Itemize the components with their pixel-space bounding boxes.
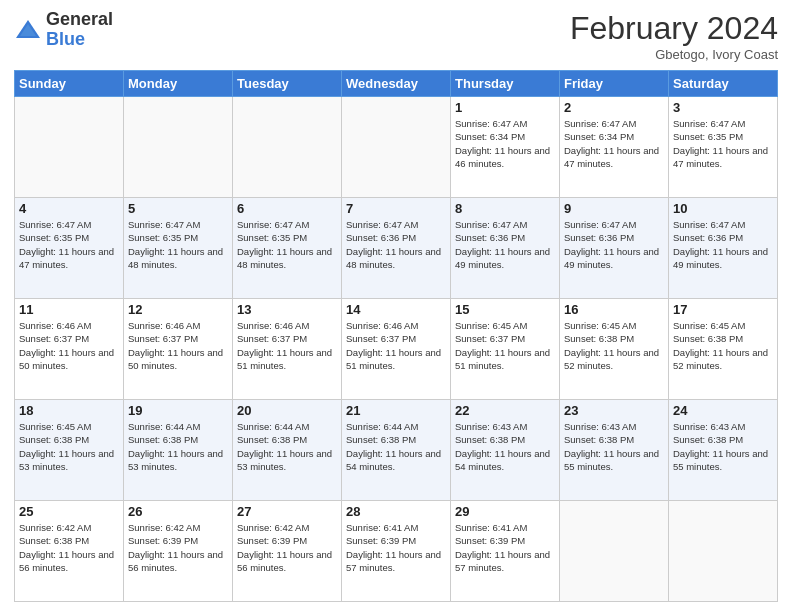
day-info: Sunrise: 6:41 AM Sunset: 6:39 PM Dayligh… xyxy=(455,521,555,574)
day-number: 24 xyxy=(673,403,773,418)
table-row: 8Sunrise: 6:47 AM Sunset: 6:36 PM Daylig… xyxy=(451,198,560,299)
title-block: February 2024 Gbetogo, Ivory Coast xyxy=(570,10,778,62)
day-info: Sunrise: 6:46 AM Sunset: 6:37 PM Dayligh… xyxy=(19,319,119,372)
day-info: Sunrise: 6:42 AM Sunset: 6:38 PM Dayligh… xyxy=(19,521,119,574)
day-number: 22 xyxy=(455,403,555,418)
logo-icon xyxy=(14,16,42,44)
day-info: Sunrise: 6:42 AM Sunset: 6:39 PM Dayligh… xyxy=(128,521,228,574)
location: Gbetogo, Ivory Coast xyxy=(570,47,778,62)
table-row xyxy=(15,97,124,198)
day-number: 16 xyxy=(564,302,664,317)
col-monday: Monday xyxy=(124,71,233,97)
calendar-header-row: Sunday Monday Tuesday Wednesday Thursday… xyxy=(15,71,778,97)
calendar-week-row: 18Sunrise: 6:45 AM Sunset: 6:38 PM Dayli… xyxy=(15,400,778,501)
calendar-week-row: 4Sunrise: 6:47 AM Sunset: 6:35 PM Daylig… xyxy=(15,198,778,299)
table-row: 16Sunrise: 6:45 AM Sunset: 6:38 PM Dayli… xyxy=(560,299,669,400)
col-sunday: Sunday xyxy=(15,71,124,97)
day-number: 14 xyxy=(346,302,446,317)
day-number: 12 xyxy=(128,302,228,317)
day-number: 5 xyxy=(128,201,228,216)
day-info: Sunrise: 6:47 AM Sunset: 6:35 PM Dayligh… xyxy=(128,218,228,271)
day-number: 3 xyxy=(673,100,773,115)
day-info: Sunrise: 6:42 AM Sunset: 6:39 PM Dayligh… xyxy=(237,521,337,574)
table-row: 27Sunrise: 6:42 AM Sunset: 6:39 PM Dayli… xyxy=(233,501,342,602)
table-row: 11Sunrise: 6:46 AM Sunset: 6:37 PM Dayli… xyxy=(15,299,124,400)
day-number: 10 xyxy=(673,201,773,216)
day-info: Sunrise: 6:47 AM Sunset: 6:36 PM Dayligh… xyxy=(455,218,555,271)
table-row: 22Sunrise: 6:43 AM Sunset: 6:38 PM Dayli… xyxy=(451,400,560,501)
day-number: 1 xyxy=(455,100,555,115)
table-row xyxy=(124,97,233,198)
day-number: 18 xyxy=(19,403,119,418)
day-info: Sunrise: 6:45 AM Sunset: 6:38 PM Dayligh… xyxy=(673,319,773,372)
month-title: February 2024 xyxy=(570,10,778,47)
table-row: 23Sunrise: 6:43 AM Sunset: 6:38 PM Dayli… xyxy=(560,400,669,501)
day-number: 25 xyxy=(19,504,119,519)
calendar-table: Sunday Monday Tuesday Wednesday Thursday… xyxy=(14,70,778,602)
table-row: 13Sunrise: 6:46 AM Sunset: 6:37 PM Dayli… xyxy=(233,299,342,400)
day-info: Sunrise: 6:46 AM Sunset: 6:37 PM Dayligh… xyxy=(237,319,337,372)
table-row: 29Sunrise: 6:41 AM Sunset: 6:39 PM Dayli… xyxy=(451,501,560,602)
table-row: 24Sunrise: 6:43 AM Sunset: 6:38 PM Dayli… xyxy=(669,400,778,501)
day-info: Sunrise: 6:47 AM Sunset: 6:35 PM Dayligh… xyxy=(19,218,119,271)
day-number: 9 xyxy=(564,201,664,216)
day-number: 21 xyxy=(346,403,446,418)
day-number: 8 xyxy=(455,201,555,216)
table-row: 6Sunrise: 6:47 AM Sunset: 6:35 PM Daylig… xyxy=(233,198,342,299)
day-info: Sunrise: 6:45 AM Sunset: 6:38 PM Dayligh… xyxy=(19,420,119,473)
col-saturday: Saturday xyxy=(669,71,778,97)
page: General Blue February 2024 Gbetogo, Ivor… xyxy=(0,0,792,612)
day-number: 17 xyxy=(673,302,773,317)
day-info: Sunrise: 6:41 AM Sunset: 6:39 PM Dayligh… xyxy=(346,521,446,574)
day-info: Sunrise: 6:46 AM Sunset: 6:37 PM Dayligh… xyxy=(128,319,228,372)
day-number: 13 xyxy=(237,302,337,317)
day-number: 2 xyxy=(564,100,664,115)
day-info: Sunrise: 6:44 AM Sunset: 6:38 PM Dayligh… xyxy=(237,420,337,473)
day-info: Sunrise: 6:47 AM Sunset: 6:34 PM Dayligh… xyxy=(455,117,555,170)
table-row: 17Sunrise: 6:45 AM Sunset: 6:38 PM Dayli… xyxy=(669,299,778,400)
day-number: 11 xyxy=(19,302,119,317)
day-number: 19 xyxy=(128,403,228,418)
table-row: 15Sunrise: 6:45 AM Sunset: 6:37 PM Dayli… xyxy=(451,299,560,400)
table-row: 12Sunrise: 6:46 AM Sunset: 6:37 PM Dayli… xyxy=(124,299,233,400)
col-thursday: Thursday xyxy=(451,71,560,97)
day-number: 7 xyxy=(346,201,446,216)
day-info: Sunrise: 6:43 AM Sunset: 6:38 PM Dayligh… xyxy=(673,420,773,473)
table-row: 5Sunrise: 6:47 AM Sunset: 6:35 PM Daylig… xyxy=(124,198,233,299)
day-info: Sunrise: 6:44 AM Sunset: 6:38 PM Dayligh… xyxy=(346,420,446,473)
header: General Blue February 2024 Gbetogo, Ivor… xyxy=(14,10,778,62)
day-info: Sunrise: 6:43 AM Sunset: 6:38 PM Dayligh… xyxy=(455,420,555,473)
table-row: 25Sunrise: 6:42 AM Sunset: 6:38 PM Dayli… xyxy=(15,501,124,602)
table-row: 14Sunrise: 6:46 AM Sunset: 6:37 PM Dayli… xyxy=(342,299,451,400)
calendar-week-row: 1Sunrise: 6:47 AM Sunset: 6:34 PM Daylig… xyxy=(15,97,778,198)
day-info: Sunrise: 6:47 AM Sunset: 6:34 PM Dayligh… xyxy=(564,117,664,170)
day-number: 4 xyxy=(19,201,119,216)
day-info: Sunrise: 6:47 AM Sunset: 6:35 PM Dayligh… xyxy=(673,117,773,170)
day-number: 29 xyxy=(455,504,555,519)
logo-blue-text: Blue xyxy=(46,30,113,50)
day-info: Sunrise: 6:47 AM Sunset: 6:36 PM Dayligh… xyxy=(673,218,773,271)
table-row: 20Sunrise: 6:44 AM Sunset: 6:38 PM Dayli… xyxy=(233,400,342,501)
table-row: 9Sunrise: 6:47 AM Sunset: 6:36 PM Daylig… xyxy=(560,198,669,299)
table-row: 1Sunrise: 6:47 AM Sunset: 6:34 PM Daylig… xyxy=(451,97,560,198)
day-number: 27 xyxy=(237,504,337,519)
day-number: 23 xyxy=(564,403,664,418)
table-row xyxy=(233,97,342,198)
table-row: 3Sunrise: 6:47 AM Sunset: 6:35 PM Daylig… xyxy=(669,97,778,198)
table-row: 28Sunrise: 6:41 AM Sunset: 6:39 PM Dayli… xyxy=(342,501,451,602)
day-info: Sunrise: 6:43 AM Sunset: 6:38 PM Dayligh… xyxy=(564,420,664,473)
logo-general-text: General xyxy=(46,10,113,30)
logo: General Blue xyxy=(14,10,113,50)
day-number: 20 xyxy=(237,403,337,418)
day-number: 28 xyxy=(346,504,446,519)
calendar-week-row: 11Sunrise: 6:46 AM Sunset: 6:37 PM Dayli… xyxy=(15,299,778,400)
day-info: Sunrise: 6:45 AM Sunset: 6:37 PM Dayligh… xyxy=(455,319,555,372)
day-number: 15 xyxy=(455,302,555,317)
logo-text: General Blue xyxy=(46,10,113,50)
table-row: 4Sunrise: 6:47 AM Sunset: 6:35 PM Daylig… xyxy=(15,198,124,299)
table-row xyxy=(342,97,451,198)
table-row: 18Sunrise: 6:45 AM Sunset: 6:38 PM Dayli… xyxy=(15,400,124,501)
day-info: Sunrise: 6:47 AM Sunset: 6:36 PM Dayligh… xyxy=(564,218,664,271)
table-row xyxy=(669,501,778,602)
table-row xyxy=(560,501,669,602)
